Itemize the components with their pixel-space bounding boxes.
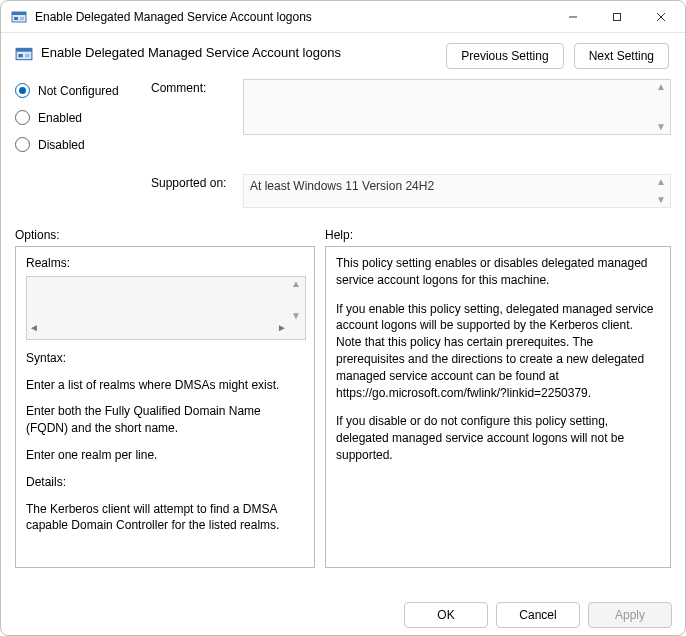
svg-rect-3 — [20, 17, 24, 20]
help-text: If you disable or do not configure this … — [336, 413, 660, 463]
help-label: Help: — [325, 228, 671, 242]
scrollbar-vertical[interactable]: ▲ ▼ — [289, 279, 303, 321]
syntax-label: Syntax: — [26, 350, 306, 367]
titlebar: Enable Delegated Managed Service Account… — [1, 1, 685, 33]
close-button[interactable] — [639, 2, 683, 32]
next-setting-button[interactable]: Next Setting — [574, 43, 669, 69]
svg-rect-2 — [14, 17, 18, 20]
details-label: Details: — [26, 474, 306, 491]
scroll-left-icon: ◄ — [29, 323, 39, 337]
window-title: Enable Delegated Managed Service Account… — [35, 10, 551, 24]
realms-label: Realms: — [26, 255, 306, 272]
realms-input[interactable]: ▲ ▼ ◄ ► — [26, 276, 306, 340]
scrollbar[interactable]: ▲ ▼ — [654, 82, 668, 132]
supported-on-value: At least Windows 11 Version 24H2 — [250, 179, 434, 193]
scroll-right-icon: ► — [277, 323, 287, 337]
options-text: Enter both the Fully Qualified Domain Na… — [26, 403, 306, 437]
svg-rect-5 — [614, 13, 621, 20]
options-text: Enter a list of realms where DMSAs might… — [26, 377, 306, 394]
options-label: Options: — [15, 228, 315, 242]
help-text: If you enable this policy setting, deleg… — [336, 301, 660, 402]
apply-button[interactable]: Apply — [588, 602, 672, 628]
cancel-button[interactable]: Cancel — [496, 602, 580, 628]
options-text: The Kerberos client will attempt to find… — [26, 501, 306, 535]
radio-not-configured[interactable]: Not Configured — [15, 83, 145, 98]
help-text: This policy setting enables or disables … — [336, 255, 660, 289]
svg-rect-10 — [18, 54, 23, 57]
scrollbar[interactable]: ▲ ▼ — [654, 177, 668, 205]
options-text: Enter one realm per line. — [26, 447, 306, 464]
radio-icon — [15, 110, 30, 125]
supported-on-box: At least Windows 11 Version 24H2 ▲ ▼ — [243, 174, 671, 208]
comment-input[interactable]: ▲ ▼ — [243, 79, 671, 135]
policy-icon — [11, 9, 27, 25]
radio-icon — [15, 137, 30, 152]
radio-label: Disabled — [38, 138, 85, 152]
radio-enabled[interactable]: Enabled — [15, 110, 145, 125]
radio-icon — [15, 83, 30, 98]
options-panel: Realms: ▲ ▼ ◄ ► Syntax: Enter a list of … — [15, 246, 315, 568]
scroll-up-icon: ▲ — [654, 177, 668, 187]
radio-disabled[interactable]: Disabled — [15, 137, 145, 152]
page-title: Enable Delegated Managed Service Account… — [41, 43, 446, 60]
dialog-footer: OK Cancel Apply — [404, 602, 672, 628]
scroll-up-icon: ▲ — [654, 82, 668, 92]
previous-setting-button[interactable]: Previous Setting — [446, 43, 563, 69]
help-panel: This policy setting enables or disables … — [325, 246, 671, 568]
radio-label: Enabled — [38, 111, 82, 125]
svg-rect-1 — [12, 12, 26, 15]
radio-label: Not Configured — [38, 84, 119, 98]
minimize-button[interactable] — [551, 2, 595, 32]
policy-icon — [15, 45, 33, 63]
scrollbar-horizontal[interactable]: ◄ ► — [29, 323, 287, 337]
scroll-up-icon: ▲ — [289, 279, 303, 289]
svg-rect-11 — [25, 54, 30, 57]
svg-rect-9 — [16, 48, 32, 51]
scroll-down-icon: ▼ — [654, 122, 668, 132]
ok-button[interactable]: OK — [404, 602, 488, 628]
scroll-down-icon: ▼ — [289, 311, 303, 321]
supported-on-label: Supported on: — [151, 174, 237, 208]
comment-label: Comment: — [151, 79, 237, 164]
scroll-down-icon: ▼ — [654, 195, 668, 205]
maximize-button[interactable] — [595, 2, 639, 32]
